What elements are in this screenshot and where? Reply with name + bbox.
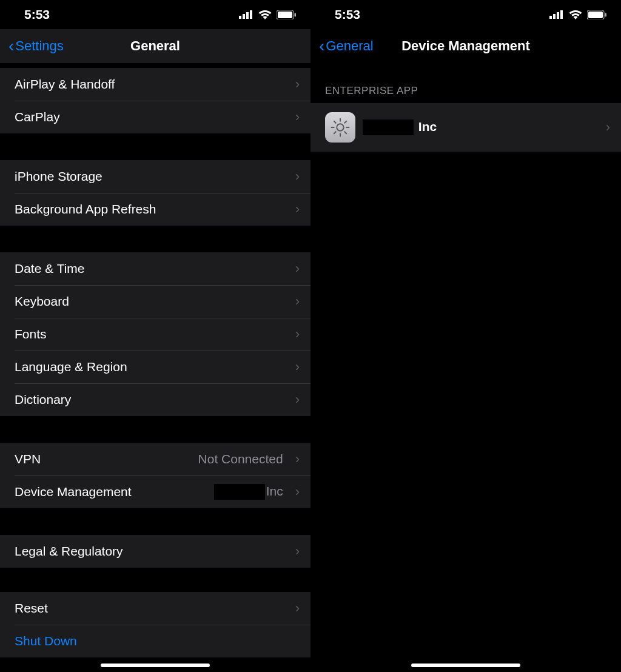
settings-group: Date & Time › Keyboard › Fonts › Languag… bbox=[0, 252, 310, 416]
svg-line-20 bbox=[344, 132, 347, 134]
svg-line-19 bbox=[334, 121, 336, 123]
cell-label: Legal & Regulatory bbox=[15, 544, 283, 559]
settings-group: Reset › Shut Down bbox=[0, 592, 310, 657]
cell-label: VPN bbox=[15, 452, 191, 466]
cell-label: AirPlay & Handoff bbox=[15, 77, 283, 92]
svg-rect-6 bbox=[295, 13, 297, 16]
home-indicator[interactable] bbox=[411, 664, 520, 667]
svg-rect-1 bbox=[243, 14, 245, 19]
svg-rect-13 bbox=[605, 13, 607, 16]
cell-label: CarPlay bbox=[15, 110, 283, 124]
navbar: ‹ Settings General bbox=[0, 29, 310, 63]
chevron-right-icon: › bbox=[295, 359, 300, 375]
cell-iphone-storage[interactable]: iPhone Storage › bbox=[0, 160, 310, 193]
chevron-right-icon: › bbox=[295, 109, 300, 125]
screen-device-management: 5:53 ‹ General Device Management ENTERPR… bbox=[310, 0, 621, 672]
redacted-text bbox=[214, 484, 265, 500]
cell-vpn[interactable]: VPN Not Connected › bbox=[0, 443, 310, 475]
cell-label: Shut Down bbox=[15, 634, 300, 648]
cell-label: Device Management bbox=[15, 485, 207, 499]
svg-line-22 bbox=[334, 132, 336, 134]
status-time: 5:53 bbox=[24, 7, 50, 22]
dm-content[interactable]: ENTERPRISE APP Inc › bbox=[310, 63, 621, 672]
chevron-right-icon: › bbox=[606, 119, 610, 135]
settings-group: AirPlay & Handoff › CarPlay › bbox=[0, 68, 310, 133]
cell-fonts[interactable]: Fonts › bbox=[0, 318, 310, 351]
cell-label: Inc bbox=[363, 119, 594, 135]
cell-label: Date & Time bbox=[15, 261, 283, 276]
cell-airplay-handoff[interactable]: AirPlay & Handoff › bbox=[0, 68, 310, 101]
cell-carplay[interactable]: CarPlay › bbox=[0, 101, 310, 133]
navbar: ‹ General Device Management bbox=[310, 29, 621, 63]
chevron-right-icon: › bbox=[295, 484, 300, 500]
back-button[interactable]: ‹ General bbox=[319, 38, 374, 55]
redacted-text bbox=[363, 119, 414, 135]
screen-general: 5:53 ‹ Settings General AirPlay & Handof… bbox=[0, 0, 310, 672]
cell-date-time[interactable]: Date & Time › bbox=[0, 252, 310, 285]
svg-rect-12 bbox=[588, 12, 603, 18]
settings-group: iPhone Storage › Background App Refresh … bbox=[0, 160, 310, 226]
cell-value: Inc bbox=[214, 484, 283, 500]
cell-shut-down[interactable]: Shut Down bbox=[0, 625, 310, 657]
svg-rect-8 bbox=[553, 14, 556, 19]
cell-label: Dictionary bbox=[15, 392, 283, 407]
back-label: General bbox=[326, 38, 373, 54]
chevron-right-icon: › bbox=[295, 201, 300, 217]
cell-label: iPhone Storage bbox=[15, 169, 283, 184]
svg-rect-7 bbox=[549, 16, 552, 19]
chevron-left-icon: ‹ bbox=[319, 38, 324, 55]
chevron-right-icon: › bbox=[295, 326, 300, 342]
cell-label: Keyboard bbox=[15, 294, 283, 309]
settings-group: VPN Not Connected › Device Management In… bbox=[0, 443, 310, 508]
section-header-enterprise-app: ENTERPRISE APP bbox=[310, 63, 621, 103]
svg-rect-5 bbox=[278, 12, 292, 18]
cell-keyboard[interactable]: Keyboard › bbox=[0, 285, 310, 318]
cell-label: Fonts bbox=[15, 327, 283, 341]
chevron-right-icon: › bbox=[295, 451, 300, 467]
svg-rect-2 bbox=[246, 12, 249, 19]
cell-value: Not Connected bbox=[198, 452, 283, 466]
wifi-icon bbox=[258, 10, 272, 19]
battery-icon bbox=[277, 10, 296, 19]
chevron-right-icon: › bbox=[295, 169, 300, 184]
chevron-right-icon: › bbox=[295, 392, 300, 408]
chevron-left-icon: ‹ bbox=[8, 38, 14, 55]
back-button[interactable]: ‹ Settings bbox=[8, 38, 64, 55]
wifi-icon bbox=[569, 10, 582, 19]
status-bar: 5:53 bbox=[310, 0, 621, 29]
home-indicator[interactable] bbox=[101, 664, 210, 667]
gear-icon bbox=[325, 112, 355, 143]
chevron-right-icon: › bbox=[295, 76, 300, 92]
status-icons bbox=[239, 10, 296, 19]
cellular-signal-icon bbox=[549, 10, 564, 19]
status-icons bbox=[549, 10, 606, 19]
cell-device-management[interactable]: Device Management Inc › bbox=[0, 475, 310, 508]
status-time: 5:53 bbox=[335, 7, 360, 22]
chevron-right-icon: › bbox=[295, 600, 300, 616]
svg-rect-10 bbox=[560, 10, 563, 19]
enterprise-app-list: Inc › bbox=[310, 103, 621, 152]
cell-label: Background App Refresh bbox=[15, 202, 283, 217]
svg-point-14 bbox=[337, 124, 343, 130]
cellular-signal-icon bbox=[239, 10, 253, 19]
svg-rect-9 bbox=[557, 12, 559, 19]
cell-label: Reset bbox=[15, 601, 283, 616]
settings-content[interactable]: AirPlay & Handoff › CarPlay › iPhone Sto… bbox=[0, 63, 310, 672]
status-bar: 5:53 bbox=[0, 0, 310, 29]
cell-legal-regulatory[interactable]: Legal & Regulatory › bbox=[0, 535, 310, 568]
chevron-right-icon: › bbox=[295, 543, 300, 559]
back-label: Settings bbox=[15, 38, 64, 54]
cell-label: Language & Region bbox=[15, 360, 283, 374]
cell-background-app-refresh[interactable]: Background App Refresh › bbox=[0, 193, 310, 226]
cell-language-region[interactable]: Language & Region › bbox=[0, 351, 310, 383]
svg-line-21 bbox=[344, 121, 347, 123]
cell-enterprise-profile[interactable]: Inc › bbox=[310, 103, 621, 152]
battery-icon bbox=[587, 10, 606, 19]
settings-group: Legal & Regulatory › bbox=[0, 535, 310, 568]
chevron-right-icon: › bbox=[295, 261, 300, 277]
svg-rect-0 bbox=[239, 16, 241, 19]
cell-dictionary[interactable]: Dictionary › bbox=[0, 383, 310, 416]
svg-rect-3 bbox=[250, 10, 252, 19]
chevron-right-icon: › bbox=[295, 294, 300, 309]
cell-reset[interactable]: Reset › bbox=[0, 592, 310, 625]
